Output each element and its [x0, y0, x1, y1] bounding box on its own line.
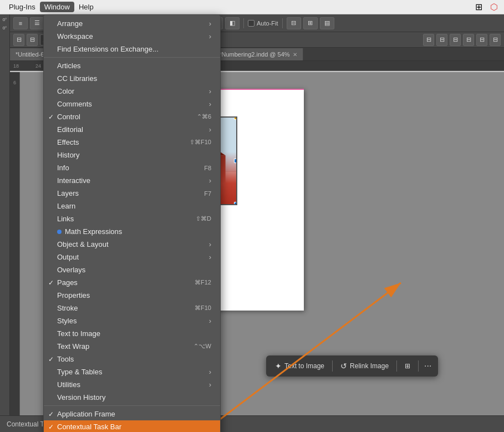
text-to-image-button[interactable]: ✦ Text to Image: [269, 358, 330, 374]
menu-item-history[interactable]: History: [44, 149, 220, 161]
menu-item-comments-arrow: ›: [209, 100, 211, 108]
menu-item-find-ext-label: Find Extensions on Exchange...: [57, 45, 159, 53]
ctbar-sep: [332, 360, 333, 372]
menu-item-version-history[interactable]: Version History: [44, 391, 220, 404]
menu-item-learn[interactable]: Learn: [44, 200, 220, 212]
menu-item-stroke-label: Stroke: [57, 304, 78, 312]
tb2-2[interactable]: ⊟: [27, 34, 38, 46]
screen-icon[interactable]: ⊞: [473, 2, 484, 13]
autofit-checkbox[interactable]: [248, 20, 254, 27]
autofit-group: Auto-Fit: [248, 20, 278, 27]
menu-item-app-frame[interactable]: Application Frame: [44, 408, 220, 420]
align-left-btn[interactable]: ≡: [13, 17, 28, 29]
menu-item-output-arrow: ›: [209, 253, 211, 261]
menu-item-stroke[interactable]: Stroke ⌘F10: [44, 302, 220, 314]
toolbar-sep-5: [282, 18, 283, 28]
menu-item-control[interactable]: Control ⌃⌘6: [44, 110, 220, 123]
relink-image-label: Relink Image: [350, 362, 389, 370]
menu-item-arrange-arrow: ›: [209, 19, 211, 28]
menu-item-overlays[interactable]: Overlays: [44, 263, 220, 276]
menu-item-workspace-label: Workspace: [57, 32, 93, 40]
tb2-5[interactable]: ⊟: [423, 34, 434, 46]
menu-item-info-shortcut: F8: [204, 165, 211, 171]
menu-item-cc-libraries[interactable]: CC Libraries: [44, 72, 220, 85]
menubar-plugins[interactable]: Plug-Ins: [4, 2, 40, 12]
relink-image-icon: ↺: [340, 362, 347, 370]
ruler-mark-1: 18: [13, 63, 19, 69]
menu-item-tools-label: Tools: [57, 355, 74, 363]
menu-item-type-tables[interactable]: Type & Tables ›: [44, 365, 220, 378]
transform6-btn[interactable]: ◧: [225, 17, 240, 29]
distribute-btn[interactable]: ▤: [320, 17, 334, 29]
ctbar-more-btn[interactable]: ···: [421, 361, 435, 371]
tab-numbering2[interactable]: *Numbering2.indd @ 54% ✕: [213, 48, 303, 60]
dropbox-icon[interactable]: ⬡: [488, 2, 500, 13]
menu-item-tools[interactable]: Tools: [44, 353, 220, 365]
menu-item-styles[interactable]: Styles ›: [44, 314, 220, 327]
menu-item-ctb-label: Contextual Task Bar: [57, 423, 121, 431]
menu-item-interactive[interactable]: Interactive ›: [44, 174, 220, 187]
ctbar-frame-btn[interactable]: ⊞: [399, 358, 416, 374]
menubar-help[interactable]: Help: [74, 2, 98, 12]
menu-item-overlays-label: Overlays: [57, 266, 85, 274]
menu-item-utilities[interactable]: Utilities ›: [44, 378, 220, 391]
menu-item-text-to-image[interactable]: Text to Image: [44, 327, 220, 340]
menu-item-articles-label: Articles: [57, 62, 81, 70]
menu-item-layers[interactable]: Layers F7: [44, 187, 220, 200]
vertical-ruler: 6: [10, 72, 20, 415]
ctbar-sep3: [418, 360, 419, 372]
menu-item-tti-label: Text to Image: [57, 329, 100, 338]
menu-item-arrange[interactable]: Arrange ›: [44, 17, 220, 30]
menu-item-tt-arrow: ›: [209, 368, 211, 376]
math-blue-dot: [57, 230, 62, 234]
menu-item-math-expressions[interactable]: Math Expressions: [44, 225, 220, 238]
menu-item-editorial-label: Editorial: [57, 125, 83, 134]
tb2-8[interactable]: ⊟: [463, 34, 474, 46]
tb2-10[interactable]: ⊟: [490, 34, 501, 46]
menu-item-history-label: History: [57, 151, 79, 159]
menu-item-effects[interactable]: Effects ⇧⌘F10: [44, 136, 220, 149]
menu-item-comments[interactable]: Comments ›: [44, 98, 220, 110]
contextual-task-bar: ✦ Text to Image ↺ Relink Image ⊞ ···: [266, 355, 438, 377]
menu-item-links[interactable]: Links ⇧⌘D: [44, 212, 220, 225]
menu-item-effects-shortcut: ⇧⌘F10: [190, 139, 211, 146]
menu-item-articles[interactable]: Articles: [44, 59, 220, 72]
tb2-1[interactable]: ⊟: [13, 34, 24, 46]
align-center-btn[interactable]: ☰: [30, 17, 44, 29]
menu-item-text-wrap[interactable]: Text Wrap ⌃⌥W: [44, 340, 220, 353]
menu-item-utilities-label: Utilities: [57, 380, 80, 389]
tb2-9[interactable]: ⊟: [476, 34, 487, 46]
more-transform-btn[interactable]: ⊟: [287, 17, 301, 29]
align-btn[interactable]: ⊞: [303, 17, 318, 29]
menu-item-info[interactable]: Info F8: [44, 161, 220, 174]
frame-icon: ⊞: [405, 362, 410, 370]
menu-item-styles-label: Styles: [57, 317, 77, 325]
relink-image-button[interactable]: ↺ Relink Image: [335, 358, 394, 374]
handle-bot-right[interactable]: [234, 202, 237, 205]
coord-x: 0°: [1, 16, 9, 23]
tb2-7[interactable]: ⊟: [450, 34, 461, 46]
menu-item-styles-arrow: ›: [209, 317, 211, 325]
menu-item-properties[interactable]: Properties: [44, 289, 220, 302]
menu-item-info-label: Info: [57, 164, 69, 172]
menu-item-pages[interactable]: Pages ⌘F12: [44, 276, 220, 289]
menu-item-output[interactable]: Output ›: [44, 251, 220, 263]
menu-item-find-extensions[interactable]: Find Extensions on Exchange...: [44, 43, 220, 55]
menu-item-editorial[interactable]: Editorial ›: [44, 123, 220, 136]
menu-item-editorial-arrow: ›: [209, 125, 211, 134]
menu-item-object-layout[interactable]: Object & Layout ›: [44, 238, 220, 251]
menu-item-color[interactable]: Color ›: [44, 85, 220, 98]
menu-item-contextual-task-bar[interactable]: Contextual Task Bar: [44, 420, 220, 432]
handle-top-right[interactable]: [234, 116, 237, 120]
menubar-right-icons: ⊞ ⬡: [473, 2, 500, 13]
menu-item-utilities-arrow: ›: [209, 380, 211, 389]
handle-mid-right[interactable]: [234, 159, 237, 163]
menu-item-workspace[interactable]: Workspace ›: [44, 30, 220, 43]
menu-item-control-label: Control: [57, 113, 80, 121]
tb2-6[interactable]: ⊟: [436, 34, 447, 46]
tab-numbering2-close[interactable]: ✕: [293, 52, 297, 58]
menu-item-cc-label: CC Libraries: [57, 74, 97, 83]
menubar: Plug-Ins Window Help ⊞ ⬡: [0, 0, 504, 14]
menu-item-math-label: Math Expressions: [65, 227, 122, 236]
menubar-window[interactable]: Window: [40, 2, 74, 12]
